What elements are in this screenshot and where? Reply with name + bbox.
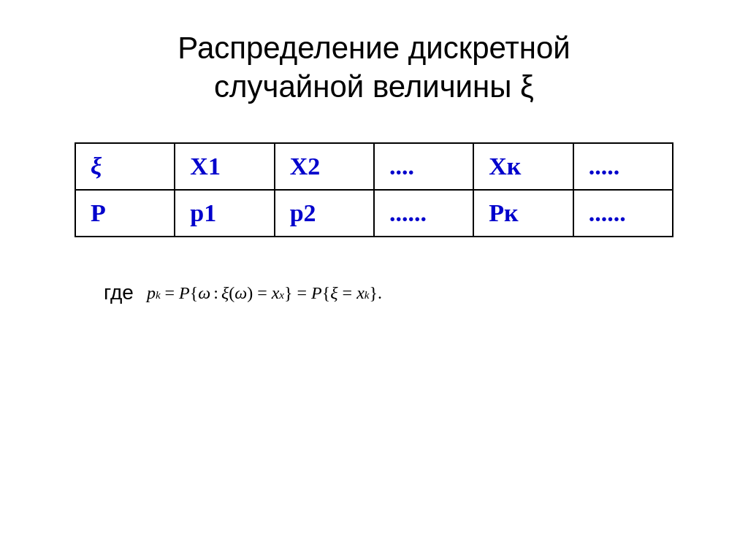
cell-xi: ξ: [75, 143, 175, 190]
table-row-prob: P p1 p2 ...... Рк ......: [75, 190, 673, 237]
distribution-table-container: ξ X1 X2 .... Xк ..... P p1 p2 ...... Рк …: [75, 142, 673, 237]
cell-p2: p2: [275, 190, 374, 237]
cell-p1: p1: [175, 190, 274, 237]
cell-dots1: ....: [374, 143, 473, 190]
cell-pk: Рк: [473, 190, 573, 237]
cell-dots3: ......: [374, 190, 473, 237]
cell-x2: X2: [275, 143, 374, 190]
distribution-table: ξ X1 X2 .... Xк ..... P p1 p2 ...... Рк …: [75, 142, 673, 237]
page-title: Распределение дискретной случайной велич…: [178, 29, 570, 106]
cell-xk: Xк: [473, 143, 573, 190]
formula-section: где pk = P{ω : ξ(ω) = xx} = P{ξ = xk}.: [75, 281, 673, 304]
cell-p: P: [75, 190, 175, 237]
cell-x1: X1: [175, 143, 274, 190]
formula-expression: pk = P{ω : ξ(ω) = xx} = P{ξ = xk}.: [147, 283, 382, 303]
gde-label: где: [104, 281, 134, 304]
cell-dots2: .....: [573, 143, 673, 190]
cell-dots4: ......: [573, 190, 673, 237]
table-row-header: ξ X1 X2 .... Xк .....: [75, 143, 673, 190]
